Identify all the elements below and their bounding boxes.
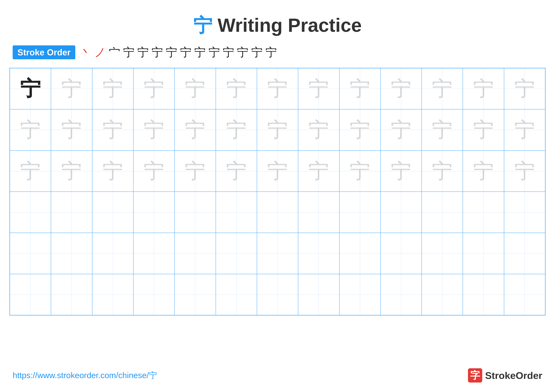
stroke-7: 宁: [166, 45, 177, 60]
grid-cell[interactable]: 宁: [10, 68, 51, 109]
footer-logo: 字 StrokeOrder: [468, 368, 542, 383]
title-char: 宁: [193, 14, 212, 36]
grid-cell[interactable]: 宁: [380, 68, 422, 109]
grid-cell[interactable]: 宁: [380, 109, 422, 150]
stroke-9: 宁: [194, 45, 206, 60]
grid-cell[interactable]: [257, 233, 298, 274]
grid-cell[interactable]: 宁: [298, 109, 339, 150]
stroke-10: 宁: [209, 45, 220, 60]
grid-cell[interactable]: 宁: [175, 109, 216, 150]
grid-cell[interactable]: [216, 233, 257, 274]
grid-cell[interactable]: 宁: [175, 150, 216, 192]
grid-cell[interactable]: [175, 192, 216, 233]
logo-text: StrokeOrder: [485, 370, 542, 381]
grid-cell[interactable]: 宁: [133, 68, 175, 109]
stroke-1: 丶: [80, 45, 91, 60]
grid-cell[interactable]: 宁: [216, 150, 257, 192]
stroke-14: 宁: [265, 45, 277, 60]
grid-cell[interactable]: 宁: [463, 68, 504, 109]
stroke-order-row: Stroke Order 丶 ノ 宀 宁 宁 宁 宁 宁 宁 宁 宁 宁 宁 宁: [0, 38, 555, 63]
stroke-chars: 丶 ノ 宀 宁 宁 宁 宁 宁 宁 宁 宁 宁 宁 宁: [80, 45, 277, 60]
title-text: Writing Practice: [212, 14, 362, 36]
grid-cell[interactable]: 宁: [422, 150, 463, 192]
grid-cell[interactable]: [175, 274, 216, 315]
practice-grid: 宁宁宁宁宁宁宁宁宁宁宁宁宁宁宁宁宁宁宁宁宁宁宁宁宁宁宁宁宁宁宁宁宁宁宁宁宁宁宁: [9, 68, 546, 315]
grid-cell[interactable]: [216, 192, 257, 233]
grid-cell[interactable]: [380, 233, 422, 274]
grid-cell[interactable]: [92, 274, 133, 315]
grid-cell[interactable]: 宁: [133, 150, 175, 192]
stroke-6: 宁: [152, 45, 163, 60]
grid-cell[interactable]: 宁: [92, 109, 133, 150]
grid-cell[interactable]: [51, 274, 92, 315]
grid-cell[interactable]: [339, 192, 380, 233]
grid-cell[interactable]: 宁: [504, 150, 545, 192]
grid-cell[interactable]: [10, 233, 51, 274]
grid-cell[interactable]: [92, 233, 133, 274]
stroke-13: 宁: [251, 45, 263, 60]
grid-cell[interactable]: [51, 192, 92, 233]
stroke-order-badge: Stroke Order: [13, 45, 75, 59]
page-title: 宁 Writing Practice: [0, 0, 555, 38]
logo-icon: 字: [468, 368, 482, 383]
grid-cell[interactable]: [298, 233, 339, 274]
grid-cell[interactable]: [504, 274, 545, 315]
grid-cell[interactable]: 宁: [504, 68, 545, 109]
grid-cell[interactable]: [463, 192, 504, 233]
grid-cell[interactable]: 宁: [257, 68, 298, 109]
grid-cell[interactable]: 宁: [339, 68, 380, 109]
grid-cell[interactable]: 宁: [463, 109, 504, 150]
grid-cell[interactable]: [257, 274, 298, 315]
grid-cell[interactable]: 宁: [298, 68, 339, 109]
grid-cell[interactable]: 宁: [339, 150, 380, 192]
grid-cell[interactable]: [175, 233, 216, 274]
grid-cell[interactable]: [298, 274, 339, 315]
grid-cell[interactable]: 宁: [175, 68, 216, 109]
grid-cell[interactable]: 宁: [10, 109, 51, 150]
grid-cell[interactable]: [380, 274, 422, 315]
grid-cell[interactable]: 宁: [92, 150, 133, 192]
grid-cell[interactable]: 宁: [133, 109, 175, 150]
grid-cell[interactable]: [216, 274, 257, 315]
grid-cell[interactable]: 宁: [51, 150, 92, 192]
grid-cell[interactable]: [422, 233, 463, 274]
grid-cell[interactable]: [133, 233, 175, 274]
grid-cell[interactable]: [257, 192, 298, 233]
grid-cell[interactable]: [463, 233, 504, 274]
grid-cell[interactable]: 宁: [216, 68, 257, 109]
grid-cell[interactable]: 宁: [51, 109, 92, 150]
grid-cell[interactable]: 宁: [504, 109, 545, 150]
grid-cell[interactable]: [504, 192, 545, 233]
grid-cell[interactable]: 宁: [216, 109, 257, 150]
grid-cell[interactable]: [339, 233, 380, 274]
grid-cell[interactable]: [463, 274, 504, 315]
grid-cell[interactable]: [10, 192, 51, 233]
grid-cell[interactable]: [298, 192, 339, 233]
stroke-3: 宀: [109, 45, 120, 60]
grid-cell[interactable]: 宁: [92, 68, 133, 109]
grid-cell[interactable]: 宁: [422, 109, 463, 150]
stroke-2: ノ: [94, 45, 106, 60]
grid-cell[interactable]: 宁: [380, 150, 422, 192]
grid-cell[interactable]: [92, 192, 133, 233]
grid-cell[interactable]: [10, 274, 51, 315]
grid-cell[interactable]: 宁: [10, 150, 51, 192]
grid-cell[interactable]: 宁: [422, 68, 463, 109]
grid-cell[interactable]: 宁: [257, 150, 298, 192]
grid-cell[interactable]: [422, 274, 463, 315]
grid-cell[interactable]: 宁: [339, 109, 380, 150]
grid-cell[interactable]: [339, 274, 380, 315]
stroke-8: 宁: [180, 45, 191, 60]
grid-cell[interactable]: [504, 233, 545, 274]
grid-cell[interactable]: 宁: [257, 109, 298, 150]
grid-cell[interactable]: 宁: [298, 150, 339, 192]
stroke-5: 宁: [137, 45, 149, 60]
footer-url: https://www.strokeorder.com/chinese/宁: [13, 370, 157, 381]
grid-cell[interactable]: 宁: [463, 150, 504, 192]
grid-cell[interactable]: [133, 192, 175, 233]
grid-cell[interactable]: [51, 233, 92, 274]
grid-cell[interactable]: [133, 274, 175, 315]
grid-cell[interactable]: 宁: [51, 68, 92, 109]
grid-cell[interactable]: [422, 192, 463, 233]
grid-cell[interactable]: [380, 192, 422, 233]
